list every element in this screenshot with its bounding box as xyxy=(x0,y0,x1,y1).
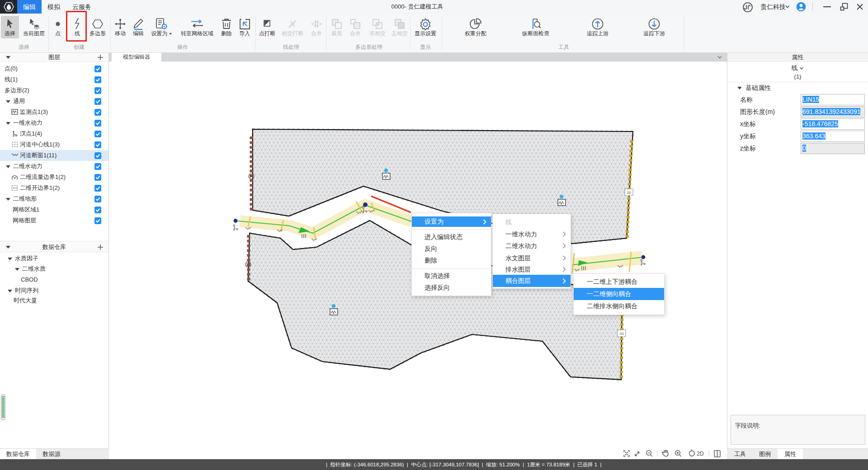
svg-text:2D: 2D xyxy=(619,332,624,336)
svg-text:2D: 2D xyxy=(697,451,704,457)
svg-text:2D: 2D xyxy=(627,191,631,195)
